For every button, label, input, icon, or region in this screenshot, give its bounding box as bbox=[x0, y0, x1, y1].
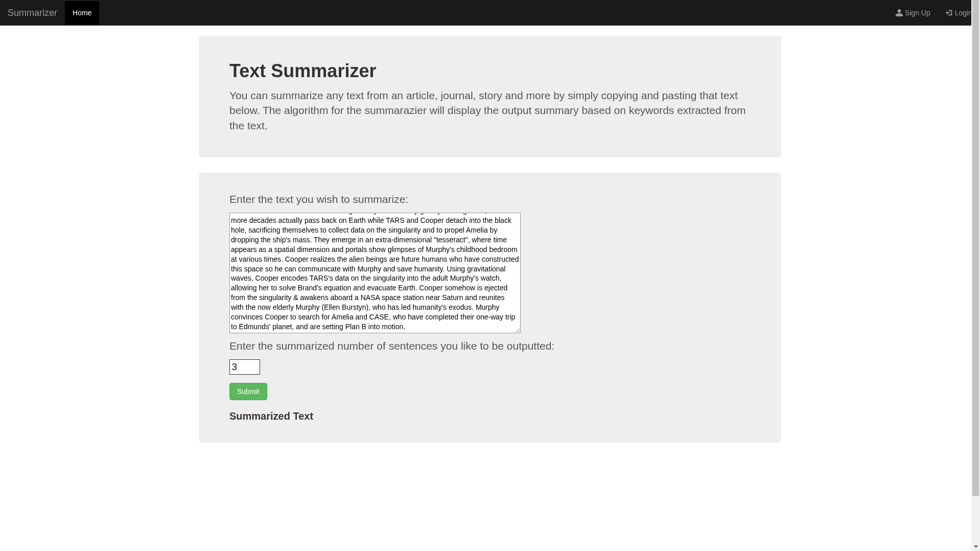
main-container: Text Summarizer You can summarize any te… bbox=[191, 36, 789, 443]
page-description: You can summarize any text from an artic… bbox=[229, 88, 751, 133]
output-heading: Summarized Text bbox=[229, 410, 751, 422]
page-scrollbar[interactable] bbox=[971, 0, 980, 458]
page-title: Text Summarizer bbox=[229, 60, 751, 82]
nav-login-label: Login bbox=[955, 9, 972, 17]
sentences-input-label: Enter the summarized number of sentences… bbox=[229, 340, 751, 352]
text-input-label: Enter the text you wish to summarize: bbox=[229, 193, 751, 205]
nav-right: Sign Up Login bbox=[888, 1, 980, 25]
nav-home[interactable]: Home bbox=[65, 1, 99, 25]
submit-button[interactable]: Submit bbox=[229, 383, 267, 400]
hero-panel: Text Summarizer You can summarize any te… bbox=[199, 36, 781, 157]
nav-signup-label: Sign Up bbox=[905, 9, 930, 17]
navbar: Summarizer Home Sign Up Login bbox=[0, 0, 980, 26]
text-input[interactable] bbox=[229, 213, 521, 333]
form-panel: Enter the text you wish to summarize: En… bbox=[199, 173, 781, 443]
user-icon bbox=[896, 9, 903, 16]
brand-link[interactable]: Summarizer bbox=[0, 0, 65, 26]
nav-signup[interactable]: Sign Up bbox=[888, 1, 938, 25]
scrollbar-thumb[interactable] bbox=[972, 0, 979, 458]
sentences-input[interactable] bbox=[229, 359, 260, 375]
login-icon bbox=[946, 9, 953, 16]
textarea-wrap bbox=[229, 213, 521, 335]
